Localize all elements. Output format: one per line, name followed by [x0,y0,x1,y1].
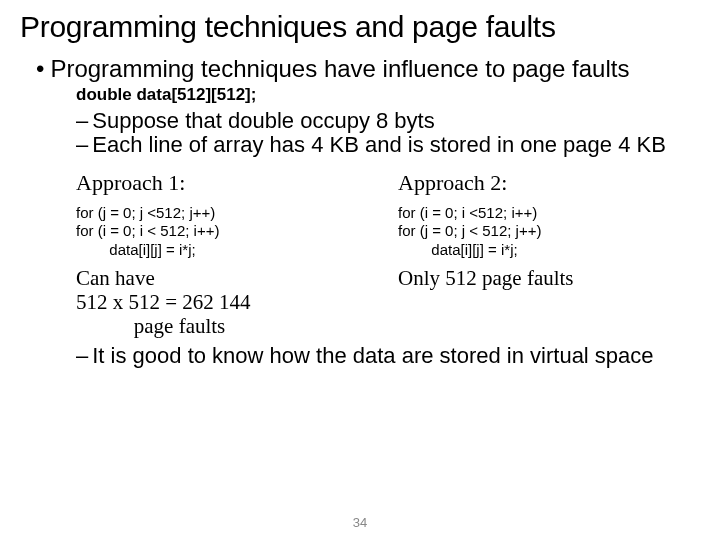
approach-2-column: Approach 2: for (i = 0; i <512; i++) for… [398,170,700,339]
approach-1-column: Approach 1: for (j = 0; j <512; j++) for… [76,170,378,339]
approach-2-heading: Approach 2: [398,170,700,196]
code-declaration: double data[512][512]; [76,85,700,105]
approach-columns: Approach 1: for (j = 0; j <512; j++) for… [76,170,700,339]
dash-icon: – [76,108,88,133]
sub-bullet-3: –It is good to know how the data are sto… [76,344,700,368]
bullet-main-text: Programming techniques have influence to… [50,55,629,82]
approach-1-heading: Approach 1: [76,170,378,196]
sub-bullet-3-text: It is good to know how the data are stor… [92,343,653,368]
sub-bullet-2: –Each line of array has 4 KB and is stor… [76,133,700,157]
approach-2-code: for (i = 0; i <512; i++) for (j = 0; j <… [398,204,700,260]
approach-1-code: for (j = 0; j <512; j++) for (i = 0; i <… [76,204,378,260]
page-number: 34 [0,515,720,530]
approach-1-result: Can have 512 x 512 = 262 144 page faults [76,266,378,338]
bullet-dot: • [36,55,44,82]
sub-bullet-2-text: Each line of array has 4 KB and is store… [92,132,666,157]
sub-bullet-1: –Suppose that double occupy 8 byts [76,109,700,133]
dash-icon: – [76,343,88,368]
sub-bullet-1-text: Suppose that double occupy 8 byts [92,108,434,133]
slide-title: Programming techniques and page faults [20,10,700,44]
approach-2-result: Only 512 page faults [398,266,700,290]
dash-icon: – [76,132,88,157]
bullet-main: •Programming techniques have influence t… [36,56,700,81]
